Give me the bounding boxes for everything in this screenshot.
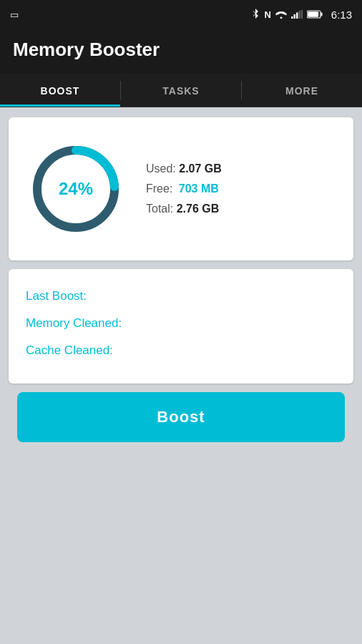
memory-stats: Used: 2.07 GB Free: 703 MB Total: 2.76 G… (146, 162, 222, 215)
svg-rect-2 (296, 13, 298, 19)
boost-button[interactable]: Boost (17, 392, 345, 442)
status-bar: ▭ N 6:13 (0, 0, 362, 29)
svg-rect-1 (293, 14, 295, 19)
last-boost-row: Last Boost: (26, 289, 336, 303)
network-type-icon: N (264, 9, 270, 20)
boost-button-container: Boost (9, 392, 353, 442)
free-stat: Free: 703 MB (146, 182, 222, 195)
tab-more[interactable]: MORE (242, 74, 362, 107)
cache-cleaned-row: Cache Cleaned: (26, 343, 336, 358)
info-card: Last Boost: Memory Cleaned: Cache Cleane… (9, 269, 353, 384)
app-title: Memory Booster (13, 39, 160, 60)
tab-bar: BOOST TASKS MORE (0, 74, 362, 107)
phone-icon: ▭ (10, 9, 19, 20)
status-time: 6:13 (331, 9, 352, 21)
header: Memory Booster (0, 29, 362, 74)
wifi-icon (275, 10, 287, 19)
memory-card: 24% Used: 2.07 GB Free: 703 MB Total: 2.… (9, 117, 353, 260)
svg-rect-0 (291, 16, 293, 19)
tab-tasks[interactable]: TASKS (121, 74, 241, 107)
total-stat: Total: 2.76 GB (146, 203, 222, 215)
svg-rect-7 (308, 11, 318, 17)
main-content: 24% Used: 2.07 GB Free: 703 MB Total: 2.… (0, 107, 362, 452)
svg-rect-6 (321, 13, 322, 16)
used-stat: Used: 2.07 GB (146, 162, 222, 175)
svg-rect-3 (298, 11, 300, 19)
donut-chart: 24% (26, 139, 126, 239)
svg-rect-4 (301, 10, 303, 19)
signal-icon (291, 10, 303, 19)
battery-icon (307, 10, 323, 19)
status-icons: N 6:13 (251, 9, 352, 21)
status-bar-left: ▭ (10, 9, 19, 20)
bluetooth-icon (251, 9, 260, 20)
tab-boost[interactable]: BOOST (0, 74, 120, 107)
memory-cleaned-row: Memory Cleaned: (26, 316, 336, 331)
donut-percentage: 24% (59, 179, 93, 199)
